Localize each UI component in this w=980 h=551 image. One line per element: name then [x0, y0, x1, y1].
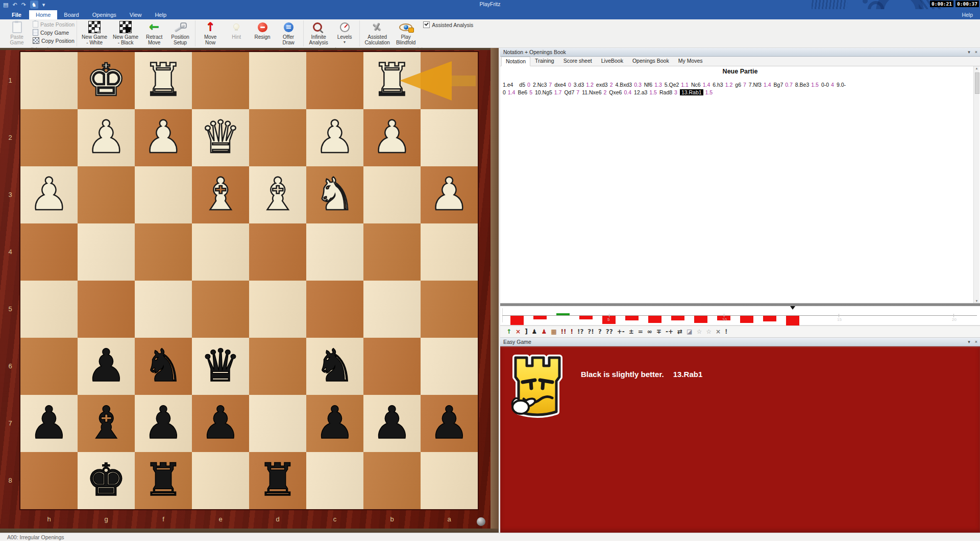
tab-board[interactable]: Board: [57, 10, 85, 19]
annotation-colored-board-button[interactable]: ▦: [551, 327, 556, 337]
square-e7[interactable]: ♟: [192, 395, 249, 452]
piece-black-pawn-c7[interactable]: ♟: [306, 395, 363, 452]
annotation-black-winning-button[interactable]: -+: [666, 327, 673, 337]
move-token[interactable]: 4.Bxd3: [615, 82, 632, 88]
piece-black-knight-c6[interactable]: ♞: [306, 338, 363, 395]
scroll-up-icon[interactable]: ▲: [974, 67, 979, 70]
square-g2[interactable]: ♟: [78, 109, 135, 166]
chess-board[interactable]: ♚♜♜♟♟♛♟♟♟♝♝♞♟♟♞♛♞♟♝♟♟♟♟♟♚♜♜: [20, 52, 478, 509]
piece-white-king-g1[interactable]: ♚: [78, 52, 135, 109]
position-setup-button[interactable]: Position Setup: [167, 20, 193, 46]
annotation-dubious-move-button[interactable]: ?!: [587, 327, 594, 337]
square-d3[interactable]: ♝: [249, 166, 306, 223]
square-c7[interactable]: ♟: [306, 395, 363, 452]
file-menu-button[interactable]: File: [4, 10, 29, 19]
pane-collapse-button[interactable]: ▾: [968, 49, 970, 55]
move-token[interactable]: Be6: [518, 89, 527, 95]
square-f7[interactable]: ♟: [135, 395, 192, 452]
easy-game-pane-header[interactable]: Easy Game ▾ ×: [500, 338, 980, 346]
square-c8[interactable]: [306, 452, 363, 509]
paste-game-button[interactable]: Paste Game: [2, 20, 32, 46]
piece-black-bishop-g7[interactable]: ♝: [78, 395, 135, 452]
square-b1[interactable]: ♜: [363, 52, 421, 109]
piece-white-pawn-c2[interactable]: ♟: [306, 109, 363, 166]
piece-white-bishop-d3[interactable]: ♝: [249, 166, 306, 223]
current-move[interactable]: 13.Rab1: [680, 89, 703, 95]
move-token[interactable]: 10.Ng5: [535, 89, 552, 95]
hint-button[interactable]: Hint: [224, 20, 249, 41]
move-token[interactable]: Qxe6: [609, 89, 622, 95]
scrollbar-thumb[interactable]: [975, 72, 979, 94]
move-token[interactable]: 5.Qe2: [665, 82, 679, 88]
annotation-eraser-button[interactable]: ◪: [687, 327, 692, 337]
square-e1[interactable]: [192, 52, 249, 109]
square-g4[interactable]: [78, 223, 135, 281]
resign-button[interactable]: Resign: [250, 20, 275, 41]
notation-tab-training[interactable]: Training: [530, 56, 559, 66]
move-token[interactable]: 7.Nf3: [749, 82, 762, 88]
move-token[interactable]: Bg7: [774, 82, 783, 88]
piece-black-king-g8[interactable]: ♚: [78, 452, 135, 509]
square-d8[interactable]: ♜: [249, 452, 306, 509]
square-f5[interactable]: [135, 281, 192, 338]
tab-home[interactable]: Home: [29, 10, 57, 19]
piece-black-pawn-h7[interactable]: ♟: [20, 395, 78, 452]
customize-icon[interactable]: ▾: [42, 1, 45, 9]
square-f6[interactable]: ♞: [135, 338, 192, 395]
square-e6[interactable]: ♛: [192, 338, 249, 395]
square-c6[interactable]: ♞: [306, 338, 363, 395]
square-b8[interactable]: [363, 452, 421, 509]
move-token[interactable]: 2.Nc3: [533, 82, 547, 88]
piece-white-queen-e2[interactable]: ♛: [192, 109, 249, 166]
piece-white-bishop-e3[interactable]: ♝: [192, 166, 249, 223]
scroll-down-icon[interactable]: ▼: [974, 299, 979, 303]
square-d5[interactable]: [249, 281, 306, 338]
levels-button[interactable]: Levels ▾: [332, 20, 357, 45]
notation-pane-header[interactable]: Notation + Openings Book ▾ ×: [500, 48, 980, 57]
piece-white-rook-f1[interactable]: ♜: [135, 52, 192, 109]
square-e5[interactable]: [192, 281, 249, 338]
square-c3[interactable]: ♞: [306, 166, 363, 223]
annotation-mistake-button[interactable]: ?: [598, 327, 602, 337]
square-g5[interactable]: [78, 281, 135, 338]
square-c5[interactable]: [306, 281, 363, 338]
annotation-swap-colors-button[interactable]: ⇄: [677, 327, 682, 337]
annotation-star-button[interactable]: ☆: [696, 327, 702, 337]
annotation-delete-annotations-button[interactable]: ×: [716, 327, 721, 337]
move-now-button[interactable]: Move Now: [198, 20, 223, 46]
piece-black-pawn-f7[interactable]: ♟: [135, 395, 192, 452]
square-a1[interactable]: [421, 52, 478, 109]
notation-scrollbar[interactable]: ▲ ▼: [973, 66, 979, 303]
annotation-promote-variation-button[interactable]: ↑: [506, 327, 511, 337]
infinite-analysis-button[interactable]: Infinite Analysis: [306, 20, 331, 46]
tab-view[interactable]: View: [123, 10, 149, 19]
square-h6[interactable]: [20, 338, 78, 395]
copy-position-button[interactable]: Copy Position: [33, 37, 75, 44]
square-h5[interactable]: [20, 281, 78, 338]
piece-black-rook-f8[interactable]: ♜: [135, 452, 192, 509]
annotation-equal-button[interactable]: =: [638, 327, 643, 337]
square-a4[interactable]: [421, 223, 478, 281]
square-h1[interactable]: [20, 52, 78, 109]
piece-black-rook-d8[interactable]: ♜: [249, 452, 306, 509]
move-token[interactable]: 1.e4: [503, 82, 513, 88]
square-d4[interactable]: [249, 223, 306, 281]
annotation-black-clearly-better-button[interactable]: ∓: [656, 327, 662, 337]
notation-body[interactable]: Neue Partie 1.e4 d502.Nc37dxe403.d31.2ex…: [500, 66, 980, 303]
square-d7[interactable]: [249, 395, 306, 452]
tab-openings[interactable]: Openings: [86, 10, 123, 19]
square-g7[interactable]: ♝: [78, 395, 135, 452]
square-e2[interactable]: ♛: [192, 109, 249, 166]
knight-piece-icon[interactable]: ♞: [30, 1, 38, 9]
annotation-white-winning-button[interactable]: +-: [617, 327, 625, 337]
square-d6[interactable]: [249, 338, 306, 395]
move-token[interactable]: dxe4: [554, 82, 566, 88]
assisted-analysis-checkbox[interactable]: [423, 21, 430, 28]
move-token[interactable]: 11.Nxe6: [582, 89, 601, 95]
piece-black-knight-f6[interactable]: ♞: [135, 338, 192, 395]
square-a7[interactable]: ♟: [421, 395, 478, 452]
square-h4[interactable]: [20, 223, 78, 281]
move-token[interactable]: g6: [735, 82, 741, 88]
redo-icon[interactable]: ↷: [21, 1, 26, 9]
tab-help[interactable]: Help: [148, 10, 173, 19]
